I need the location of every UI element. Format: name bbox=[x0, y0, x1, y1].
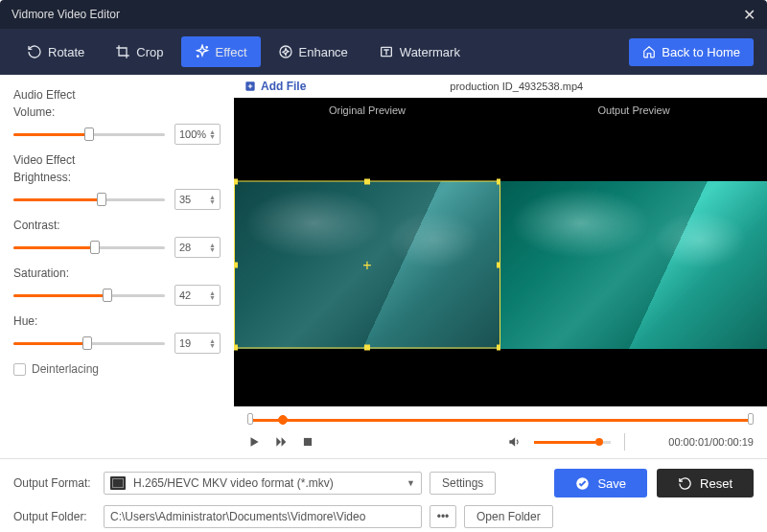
hue-slider[interactable] bbox=[13, 332, 165, 355]
spinner-icon[interactable]: ▲▼ bbox=[209, 290, 216, 300]
saturation-value: 42 bbox=[179, 289, 191, 301]
volume-value-box[interactable]: 100% ▲▼ bbox=[174, 124, 221, 145]
original-preview[interactable]: + bbox=[234, 123, 500, 406]
brightness-value: 35 bbox=[179, 194, 191, 205]
divider bbox=[624, 433, 625, 451]
output-preview-header: Output Preview bbox=[500, 104, 767, 116]
tab-rotate[interactable]: Rotate bbox=[13, 36, 98, 67]
chevron-down-icon: ▼ bbox=[407, 478, 415, 488]
settings-label: Settings bbox=[442, 476, 483, 490]
close-icon[interactable]: ✕ bbox=[743, 6, 755, 24]
tab-effect-label: Effect bbox=[216, 45, 247, 59]
saturation-label: Saturation: bbox=[13, 266, 221, 280]
enhance-icon bbox=[278, 44, 293, 59]
open-folder-button[interactable]: Open Folder bbox=[464, 505, 553, 528]
brightness-label: Brightness: bbox=[13, 171, 221, 184]
output-format-value: H.265/HEVC MKV video format (*.mkv) bbox=[133, 476, 399, 490]
file-bar: Add File production ID_4932538.mp4 bbox=[234, 75, 767, 98]
reset-icon bbox=[678, 476, 692, 491]
tab-effect[interactable]: Effect bbox=[181, 36, 261, 67]
crop-icon bbox=[115, 44, 130, 59]
deinterlacing-label: Deinterlacing bbox=[32, 362, 99, 376]
output-folder-field[interactable]: C:\Users\Administrator\Documents\Vidmore… bbox=[104, 505, 422, 528]
back-to-home-label: Back to Home bbox=[662, 45, 740, 59]
effect-sidebar: Audio Effect Volume: 100% ▲▼ Video Effec… bbox=[0, 75, 234, 458]
svg-rect-5 bbox=[304, 438, 312, 446]
output-format-select[interactable]: H.265/HEVC MKV video format (*.mkv) ▼ bbox=[104, 472, 422, 495]
app-title: Vidmore Video Editor bbox=[12, 8, 120, 21]
contrast-value-box[interactable]: 28 ▲▼ bbox=[174, 237, 221, 258]
tab-enhance[interactable]: Enhance bbox=[265, 36, 361, 67]
spinner-icon[interactable]: ▲▼ bbox=[209, 129, 216, 139]
video-effect-heading: Video Effect bbox=[13, 153, 221, 167]
tab-watermark[interactable]: Watermark bbox=[365, 36, 474, 67]
tab-rotate-label: Rotate bbox=[48, 45, 84, 59]
time-display: 00:00:01/00:00:19 bbox=[639, 436, 754, 448]
volume-value: 100% bbox=[179, 128, 206, 140]
settings-button[interactable]: Settings bbox=[430, 472, 496, 495]
spinner-icon[interactable]: ▲▼ bbox=[209, 195, 216, 204]
rotate-icon bbox=[27, 44, 42, 59]
tab-enhance-label: Enhance bbox=[299, 45, 348, 59]
spinner-icon[interactable]: ▲▼ bbox=[209, 338, 216, 348]
saturation-slider[interactable] bbox=[13, 284, 165, 307]
timeline-slider[interactable] bbox=[247, 416, 754, 424]
effect-icon bbox=[195, 44, 210, 59]
tab-crop[interactable]: Crop bbox=[102, 36, 176, 67]
current-file-name: production ID_4932538.mp4 bbox=[450, 81, 583, 92]
contrast-value: 28 bbox=[179, 242, 191, 253]
output-bar: Output Format: H.265/HEVC MKV video form… bbox=[0, 458, 767, 532]
preview-panel: Add File production ID_4932538.mp4 Origi… bbox=[234, 75, 767, 458]
add-file-icon bbox=[244, 80, 257, 93]
contrast-label: Contrast: bbox=[13, 219, 221, 232]
format-icon bbox=[110, 476, 126, 490]
hue-value: 19 bbox=[179, 337, 191, 349]
output-format-label: Output Format: bbox=[13, 476, 96, 490]
tab-crop-label: Crop bbox=[136, 45, 163, 59]
original-preview-header: Original Preview bbox=[234, 104, 500, 116]
volume-icon[interactable] bbox=[507, 435, 521, 449]
fast-forward-button[interactable] bbox=[274, 435, 288, 449]
stop-button[interactable] bbox=[301, 435, 314, 449]
add-file-button[interactable]: Add File bbox=[244, 80, 306, 93]
volume-label: Volume: bbox=[13, 105, 221, 119]
saturation-value-box[interactable]: 42 ▲▼ bbox=[174, 285, 221, 306]
audio-effect-heading: Audio Effect bbox=[13, 88, 221, 102]
playback-controls: 00:00:01/00:00:19 bbox=[234, 406, 767, 458]
contrast-slider[interactable] bbox=[13, 236, 165, 259]
add-file-label: Add File bbox=[261, 80, 306, 93]
checkbox-icon bbox=[13, 363, 26, 376]
play-button[interactable] bbox=[247, 435, 261, 449]
output-folder-label: Output Folder: bbox=[13, 510, 96, 523]
browse-folder-button[interactable]: ••• bbox=[430, 505, 456, 528]
save-button[interactable]: Save bbox=[554, 469, 647, 497]
reset-button[interactable]: Reset bbox=[657, 469, 754, 497]
back-to-home-button[interactable]: Back to Home bbox=[629, 38, 754, 66]
output-folder-value: C:\Users\Administrator\Documents\Vidmore… bbox=[110, 510, 365, 523]
tab-watermark-label: Watermark bbox=[400, 45, 460, 59]
volume-slider[interactable] bbox=[13, 123, 165, 146]
home-icon bbox=[642, 45, 656, 58]
svg-point-1 bbox=[197, 56, 198, 57]
volume-playback-slider[interactable] bbox=[534, 437, 611, 447]
deinterlacing-checkbox[interactable]: Deinterlacing bbox=[13, 362, 221, 376]
check-icon bbox=[575, 476, 590, 491]
hue-value-box[interactable]: 19 ▲▼ bbox=[174, 333, 221, 354]
title-bar: Vidmore Video Editor ✕ bbox=[0, 0, 767, 29]
brightness-slider[interactable] bbox=[13, 188, 165, 211]
spinner-icon[interactable]: ▲▼ bbox=[209, 243, 216, 252]
main-toolbar: Rotate Crop Effect Enhance Watermark Bac… bbox=[0, 29, 767, 75]
output-preview bbox=[500, 123, 767, 406]
hue-label: Hue: bbox=[13, 314, 221, 328]
watermark-icon bbox=[379, 44, 394, 59]
brightness-value-box[interactable]: 35 ▲▼ bbox=[174, 189, 221, 210]
reset-label: Reset bbox=[700, 476, 732, 491]
open-folder-label: Open Folder bbox=[476, 510, 541, 523]
save-label: Save bbox=[597, 476, 626, 491]
svg-point-0 bbox=[206, 47, 207, 48]
